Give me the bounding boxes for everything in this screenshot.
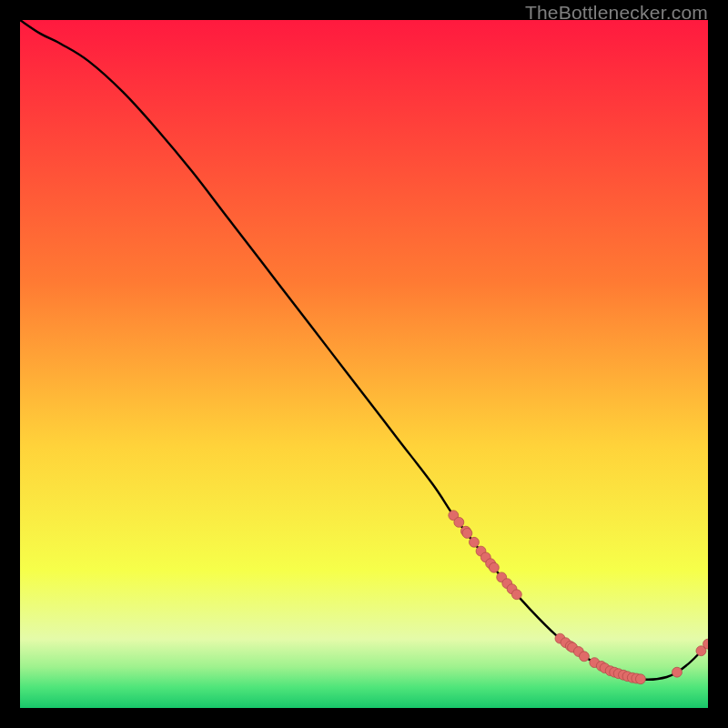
curve-marker [489,562,499,572]
curve-marker [672,667,682,677]
curve-marker [635,674,645,684]
curve-marker [579,652,589,662]
curve-marker [511,590,521,600]
curve-marker [462,529,472,539]
gradient-background [20,20,708,708]
curve-marker [454,517,464,527]
curve-marker [470,537,480,547]
plot-svg [20,20,708,708]
plot-area [20,20,708,708]
chart-stage: TheBottlenecker.com [0,0,728,728]
